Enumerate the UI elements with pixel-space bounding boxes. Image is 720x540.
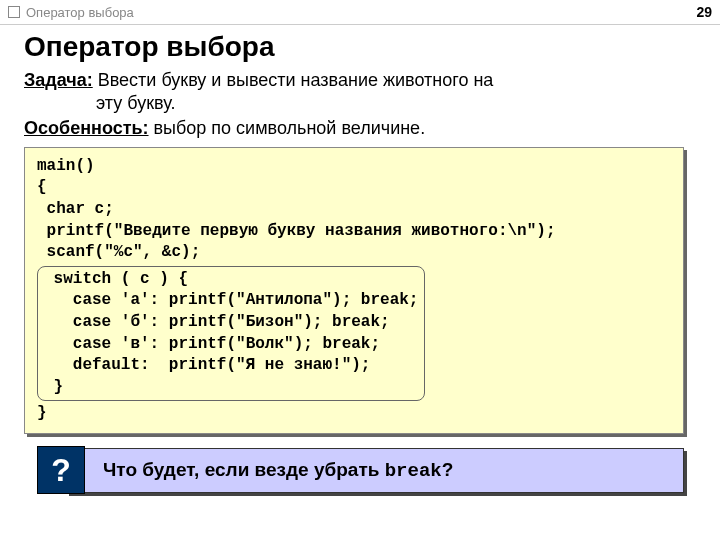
page-number: 29 — [696, 4, 712, 20]
code-s4: case 'в': printf("Волк"); break; — [44, 335, 380, 353]
code-l2: { — [37, 178, 47, 196]
task-label: Задача: — [24, 70, 93, 90]
header-bar: Оператор выбора 29 — [0, 0, 720, 25]
switch-box: switch ( c ) { case 'а': printf("Антилоп… — [37, 266, 425, 402]
code-l1: main() — [37, 157, 95, 175]
task-line2: эту букву. — [96, 92, 696, 115]
question-text: Что будет, если везде убрать break? — [103, 459, 453, 482]
code-l5: scanf("%c", &c); — [37, 243, 200, 261]
code-s1: switch ( c ) { — [44, 270, 188, 288]
tab-title-text: Оператор выбора — [26, 5, 134, 20]
slide-content: Оператор выбора Задача: Ввести букву и в… — [0, 25, 720, 493]
note-block: Особенность: выбор по символьной величин… — [24, 118, 696, 139]
code-s2: case 'а': printf("Антилопа"); break; — [44, 291, 418, 309]
question-after: ? — [442, 459, 454, 480]
note-label: Особенность: — [24, 118, 149, 138]
question-box: ? Что будет, если везде убрать break? — [66, 448, 684, 493]
code-block: main() { char c; printf("Введите первую … — [24, 147, 684, 434]
code-s6: } — [44, 378, 63, 396]
code-l6: } — [37, 404, 47, 422]
task-block: Задача: Ввести букву и вывести название … — [24, 69, 696, 116]
tab-icon — [8, 6, 20, 18]
code-s5: default: printf("Я не знаю!"); — [44, 356, 370, 374]
code-s3: case 'б': printf("Бизон"); break; — [44, 313, 390, 331]
page-title: Оператор выбора — [24, 31, 696, 63]
code-l4: printf("Введите первую букву названия жи… — [37, 222, 555, 240]
question-mark-icon: ? — [37, 446, 85, 494]
tab-title: Оператор выбора — [8, 5, 134, 20]
task-line1: Ввести букву и вывести название животног… — [93, 70, 494, 90]
question-before: Что будет, если везде убрать — [103, 459, 385, 480]
note-text: выбор по символьной величине. — [149, 118, 426, 138]
question-mono: break — [385, 460, 442, 482]
code-l3: char c; — [37, 200, 114, 218]
